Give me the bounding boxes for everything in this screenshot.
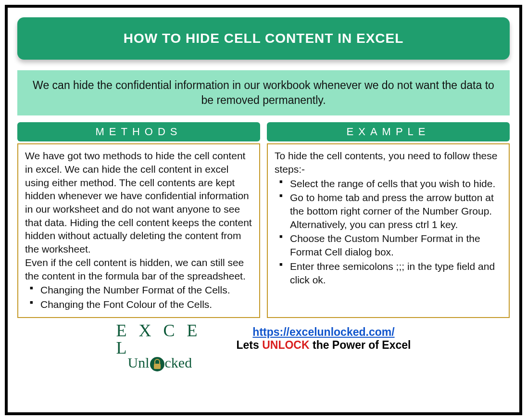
- example-header: EXAMPLE: [267, 122, 510, 141]
- tagline: Lets UNLOCK the Power of Excel: [237, 339, 411, 351]
- list-item: Changing the Font Colour of the Cells.: [28, 298, 252, 311]
- tag-pre: Lets: [237, 339, 263, 351]
- lock-icon: [150, 357, 164, 371]
- logo-pre: Unl: [128, 355, 150, 371]
- footer-text: https://excelunlocked.com/ Lets UNLOCK t…: [237, 326, 411, 352]
- page-title: HOW TO HIDE CELL CONTENT IN EXCEL: [17, 17, 510, 60]
- list-item: Changing the Number Format of the Cells.: [28, 283, 252, 297]
- methods-header: METHODS: [17, 122, 260, 141]
- logo-text-top: E X C E L: [116, 322, 222, 356]
- methods-list: Changing the Number Format of the Cells.…: [25, 283, 252, 311]
- methods-body: We have got two methods to hide the cell…: [17, 143, 260, 318]
- tag-unlock: UNLOCK: [262, 339, 309, 351]
- example-list: Select the range of cells that you wish …: [275, 177, 502, 287]
- logo-text-bottom: Unl cked: [128, 355, 222, 371]
- list-item: Go to home tab and press the arrow butto…: [277, 191, 502, 231]
- example-para: To hide the cell contents, you need to f…: [275, 149, 502, 176]
- excel-unlocked-logo: E X C E L Unl cked: [116, 322, 222, 356]
- methods-column: METHODS We have got two methods to hide …: [17, 122, 260, 318]
- example-column: EXAMPLE To hide the cell contents, you n…: [267, 122, 510, 318]
- list-item: Select the range of cells that you wish …: [277, 177, 502, 191]
- site-link[interactable]: https://excelunlocked.com/: [252, 326, 394, 338]
- tag-post: the Power of Excel: [310, 339, 411, 351]
- list-item: Choose the Custom Number Format in the F…: [277, 232, 502, 258]
- methods-para-1: We have got two methods to hide the cell…: [25, 149, 252, 256]
- methods-para-2: Even if the cell content is hidden, we c…: [25, 256, 252, 282]
- intro-text: We can hide the confidential information…: [17, 70, 510, 115]
- example-body: To hide the cell contents, you need to f…: [267, 143, 510, 318]
- columns-container: METHODS We have got two methods to hide …: [17, 122, 510, 318]
- list-item: Enter three semicolons ;;; in the type f…: [277, 260, 502, 286]
- logo-post: cked: [165, 355, 192, 371]
- footer: E X C E L Unl cked https://excelunlocked…: [17, 322, 510, 356]
- document-frame: HOW TO HIDE CELL CONTENT IN EXCEL We can…: [5, 5, 522, 415]
